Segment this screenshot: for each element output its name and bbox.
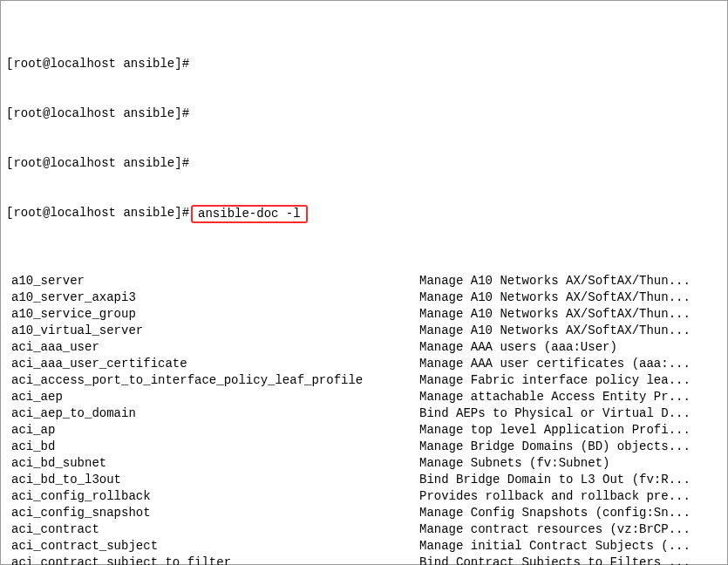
module-desc: Manage attachable Access Entity Pr... [419, 389, 727, 405]
module-name: aci_ap [6, 422, 419, 439]
module-name: aci_config_snapshot [6, 505, 419, 521]
module-name: aci_contract_subject [6, 538, 419, 555]
module-name: aci_aep [6, 389, 419, 405]
module-row: aci_apManage top level Application Profi… [1, 422, 727, 439]
module-row: aci_bdManage Bridge Domains (BD) objects… [1, 439, 727, 455]
shell-prompt: [root@localhost ansible]# [6, 155, 189, 172]
module-desc: Manage A10 Networks AX/SoftAX/Thun... [419, 273, 727, 289]
module-name: a10_server [6, 273, 419, 289]
module-desc: Manage Bridge Domains (BD) objects... [419, 439, 727, 455]
module-row: aci_access_port_to_interface_policy_leaf… [1, 372, 727, 389]
module-row: aci_config_rollbackProvides rollback and… [1, 488, 727, 505]
prompt-line: [root@localhost ansible]# [1, 56, 727, 72]
module-row: aci_contract_subject_to_filterBind Contr… [1, 555, 727, 565]
module-row: a10_virtual_serverManage A10 Networks AX… [1, 323, 727, 339]
module-name: a10_service_group [6, 306, 419, 323]
module-name: aci_access_port_to_interface_policy_leaf… [6, 372, 419, 389]
module-desc: Manage contract resources (vz:BrCP... [419, 521, 727, 538]
terminal-window: [root@localhost ansible]# [root@localhos… [0, 0, 728, 565]
module-name: aci_bd_subnet [6, 455, 419, 472]
module-desc: Manage Config Snapshots (config:Sn... [419, 505, 727, 521]
module-row: aci_bd_subnetManage Subnets (fv:Subnet) [1, 455, 727, 472]
shell-prompt: [root@localhost ansible]# [6, 56, 189, 72]
module-desc: Bind AEPs to Physical or Virtual D... [419, 405, 727, 422]
module-name: aci_aep_to_domain [6, 405, 419, 422]
module-desc: Manage Fabric interface policy lea... [419, 372, 727, 389]
module-desc: Manage A10 Networks AX/SoftAX/Thun... [419, 306, 727, 323]
module-row: aci_aep_to_domainBind AEPs to Physical o… [1, 405, 727, 422]
prompt-line: [root@localhost ansible]# [1, 106, 727, 122]
module-name: aci_config_rollback [6, 488, 419, 505]
module-desc: Manage Subnets (fv:Subnet) [419, 455, 727, 472]
command-line: [root@localhost ansible]# ansible-doc -l [1, 205, 727, 223]
module-name: aci_aaa_user [6, 339, 419, 356]
module-name: a10_server_axapi3 [6, 289, 419, 306]
module-row: a10_service_groupManage A10 Networks AX/… [1, 306, 727, 323]
command-highlight: ansible-doc -l [191, 205, 308, 223]
module-row: aci_aepManage attachable Access Entity P… [1, 389, 727, 405]
module-name: aci_bd [6, 439, 419, 455]
module-row: aci_contractManage contract resources (v… [1, 521, 727, 538]
module-row: aci_aaa_user_certificateManage AAA user … [1, 356, 727, 372]
module-name: aci_contract_subject_to_filter [6, 555, 419, 565]
module-name: aci_aaa_user_certificate [6, 356, 419, 372]
module-desc: Manage AAA users (aaa:User) [419, 339, 727, 356]
module-desc: Manage A10 Networks AX/SoftAX/Thun... [419, 289, 727, 306]
module-row: aci_contract_subjectManage initial Contr… [1, 538, 727, 555]
module-desc: Bind Bridge Domain to L3 Out (fv:R... [419, 472, 727, 488]
module-name: a10_virtual_server [6, 323, 419, 339]
module-row: aci_config_snapshotManage Config Snapsho… [1, 505, 727, 521]
module-name: aci_contract [6, 521, 419, 538]
prompt-line: [root@localhost ansible]# [1, 155, 727, 172]
module-desc: Manage initial Contract Subjects (... [419, 538, 727, 555]
module-list: a10_serverManage A10 Networks AX/SoftAX/… [1, 273, 727, 565]
shell-prompt: [root@localhost ansible]# [6, 106, 189, 122]
module-desc: Manage AAA user certificates (aaa:... [419, 356, 727, 372]
module-name: aci_bd_to_l3out [6, 472, 419, 488]
module-desc: Manage A10 Networks AX/SoftAX/Thun... [419, 323, 727, 339]
module-desc: Bind Contract Subjects to Filters ... [419, 555, 727, 565]
module-row: a10_serverManage A10 Networks AX/SoftAX/… [1, 273, 727, 289]
module-row: a10_server_axapi3Manage A10 Networks AX/… [1, 289, 727, 306]
module-row: aci_aaa_userManage AAA users (aaa:User) [1, 339, 727, 356]
module-row: aci_bd_to_l3outBind Bridge Domain to L3 … [1, 472, 727, 488]
shell-prompt: [root@localhost ansible]# [6, 205, 189, 221]
module-desc: Manage top level Application Profi... [419, 422, 727, 439]
module-desc: Provides rollback and rollback pre... [419, 488, 727, 505]
